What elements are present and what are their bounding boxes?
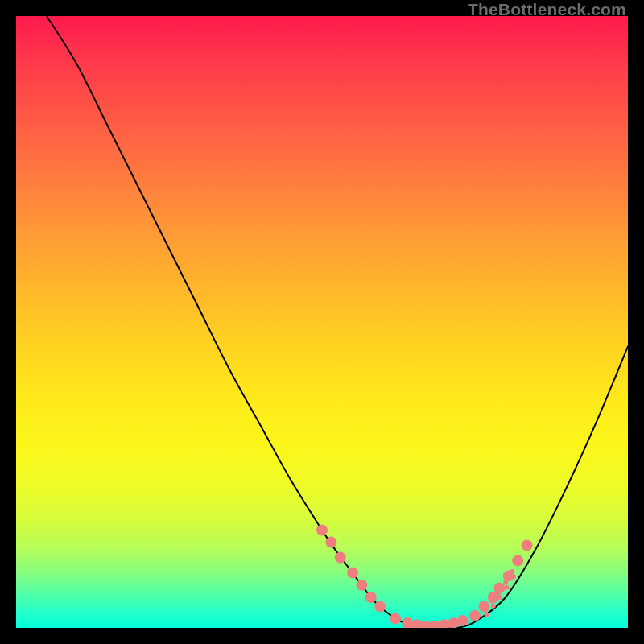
marker-ticks-right: [510, 569, 514, 574]
curve-layer: [47, 16, 628, 628]
marker-layer: [316, 524, 533, 628]
marker-dots-left-branch: [347, 568, 358, 579]
chart-svg: [16, 16, 628, 628]
marker-dots-left-branch: [356, 580, 367, 591]
marker-ticks-right: [497, 590, 502, 595]
marker-dots-left-branch: [365, 592, 377, 603]
plot-area: [16, 16, 628, 628]
marker-ticks-right: [503, 580, 508, 585]
series-bottleneck-curve: [47, 16, 628, 628]
marker-dots-bottom: [390, 613, 401, 625]
marker-dots-left-branch: [335, 552, 346, 564]
marker-dots-left-branch: [316, 524, 328, 535]
marker-ticks-right: [491, 604, 496, 609]
marker-ticks-right: [511, 574, 516, 579]
marker-dots-bottom: [457, 615, 469, 626]
marker-ticks-right: [483, 607, 488, 612]
marker-ticks-right: [484, 612, 489, 617]
marker-dots-right-branch: [469, 610, 481, 621]
marker-ticks-right: [505, 585, 510, 590]
marker-dots-right-branch: [522, 539, 533, 551]
marker-dots-right-branch: [512, 555, 523, 566]
marker-ticks-right: [497, 595, 502, 600]
marker-ticks-right: [489, 599, 494, 604]
marker-dots-left-branch: [325, 537, 336, 548]
marker-dots-left-branch: [374, 601, 386, 612]
chart-frame: TheBottleneck.com: [0, 0, 644, 644]
